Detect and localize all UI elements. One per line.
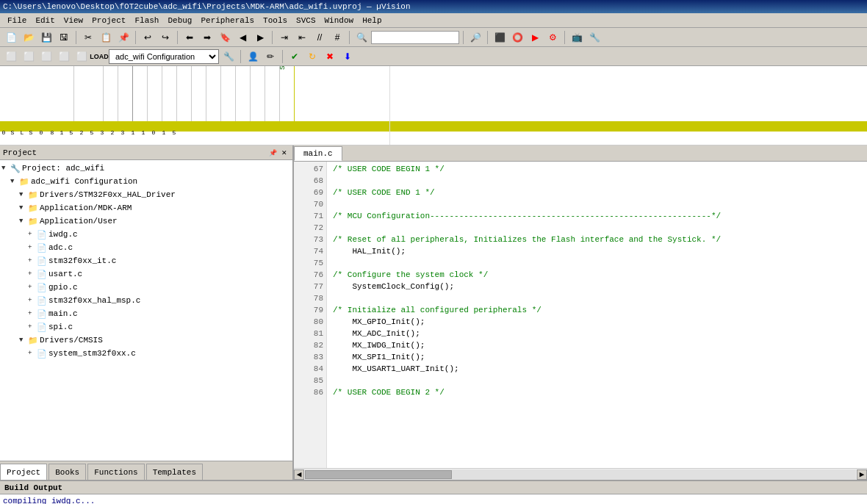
tb2-edit-btn[interactable]: ✏ [262, 48, 278, 65]
tb2-red-btn[interactable]: ✖ [322, 48, 338, 65]
copy-btn[interactable]: 📋 [98, 29, 114, 46]
open-btn[interactable]: 📂 [21, 29, 37, 46]
sep-6 [463, 31, 464, 44]
tree-label-11: main.c [48, 309, 78, 318]
cut-btn[interactable]: ✂ [80, 29, 96, 46]
menu-flash[interactable]: Flash [130, 15, 163, 26]
tree-item-8[interactable]: + 📄 usart.c [0, 267, 292, 281]
menu-svcs[interactable]: SVCS [292, 15, 320, 26]
uncomment-btn[interactable]: # [329, 29, 345, 46]
view-btn[interactable]: 📺 [569, 29, 585, 46]
code-view[interactable]: 6768697071727374757677787980818283848586… [294, 162, 867, 468]
menu-help[interactable]: Help [358, 15, 386, 26]
tree-item-1[interactable]: ▼ 📁 adc_wifi Configuration [0, 175, 292, 188]
redo-btn[interactable]: ↪ [157, 29, 173, 46]
tb2-add-btn[interactable]: 👤 [245, 48, 261, 65]
scroll-right-btn[interactable]: ▶ [857, 469, 867, 480]
undo-btn[interactable]: ↩ [140, 29, 156, 46]
panel-pin-btn[interactable]: 📌 [267, 148, 278, 158]
tab-templates[interactable]: Templates [146, 464, 203, 480]
new-file-btn[interactable]: 📄 [3, 29, 19, 46]
pin-line-2 [103, 66, 104, 125]
expander-9: + [28, 284, 37, 291]
tab-project[interactable]: Project [0, 464, 47, 480]
panel-close-btn[interactable]: ✕ [279, 148, 289, 158]
pin-numbers: 0 S L S 0 8 1 5 2 5 3 2 3 1 1 0 1 5 [0, 129, 179, 136]
hscroll-track[interactable] [305, 469, 856, 480]
menu-debug[interactable]: Debug [163, 15, 196, 26]
tb2-btn2[interactable]: ⬜ [21, 48, 37, 65]
bookmark-next-btn[interactable]: ▶ [252, 29, 268, 46]
search2-btn[interactable]: 🔎 [467, 29, 483, 46]
save-all-btn[interactable]: 🖫 [56, 29, 72, 46]
project-tree: ▼ 🔧 Project: adc_wifi ▼ 📁 adc_wifi Confi… [0, 160, 292, 461]
save-btn[interactable]: 💾 [38, 29, 54, 46]
title-text: C:\Users\lenovo\Desktop\fOT2cube\adc_wif… [3, 2, 411, 11]
build-gear-btn[interactable]: ⚙ [544, 29, 561, 46]
load-btn[interactable]: LOAD [91, 48, 107, 65]
scroll-left-btn[interactable]: ◀ [294, 469, 304, 480]
tree-label-13: Drivers/CMSIS [40, 336, 103, 345]
bookmark-btn[interactable]: 🔖 [217, 29, 233, 46]
paste-btn[interactable]: 📌 [115, 29, 132, 46]
tree-item-9[interactable]: + 📄 gpio.c [0, 281, 292, 294]
diagram-divider [389, 66, 390, 145]
expander-14: + [28, 350, 37, 357]
find-input[interactable] [371, 31, 459, 44]
tree-item-3[interactable]: ▼ 📁 Application/MDK-ARM [0, 201, 292, 215]
comment-btn[interactable]: // [312, 29, 328, 46]
horizontal-scrollbar[interactable]: ◀ ▶ [294, 468, 867, 480]
menu-edit[interactable]: Edit [31, 15, 59, 26]
tree-label-10: stm32f0xx_hal_msp.c [48, 296, 140, 305]
nav-fwd-btn[interactable]: ➡ [199, 29, 215, 46]
tree-item-11[interactable]: + 📄 main.c [0, 307, 292, 320]
main-layout: Project 📌 ✕ ▼ 🔧 Project: adc_wifi ▼ 📁 ad… [0, 145, 867, 480]
project-panel-title: Project [3, 148, 37, 157]
icon-file-11: 📄 [37, 309, 47, 319]
tb2-btn4[interactable]: ⬜ [56, 48, 72, 65]
menu-peripherals[interactable]: Peripherals [196, 15, 259, 26]
menu-window[interactable]: Window [320, 15, 359, 26]
bookmark-prev-btn[interactable]: ◀ [234, 29, 251, 46]
build-run-btn[interactable]: ▶ [527, 29, 543, 46]
find-btn[interactable]: 🔍 [353, 29, 370, 46]
tb2-tools-btn[interactable]: 🔧 [220, 48, 237, 65]
tab-functions[interactable]: Functions [87, 464, 144, 480]
editor-tab-main[interactable]: main.c [294, 146, 342, 161]
hscroll-thumb[interactable] [305, 470, 452, 479]
tree-item-2[interactable]: ▼ 📁 Drivers/STM32F0xx_HAL_Driver [0, 188, 292, 201]
tb2-orange-btn[interactable]: ↻ [304, 48, 320, 65]
menu-file[interactable]: File [3, 15, 31, 26]
menu-view[interactable]: View [60, 15, 87, 26]
expander-8: + [28, 270, 37, 278]
pin-line-6 [162, 66, 162, 125]
unindent-btn[interactable]: ⇤ [294, 29, 310, 46]
tree-item-0[interactable]: ▼ 🔧 Project: adc_wifi [0, 162, 292, 175]
tb2-btn1[interactable]: ⬜ [3, 48, 19, 65]
tab-books[interactable]: Books [48, 464, 86, 480]
build-stop-btn[interactable]: ⬛ [492, 29, 508, 46]
tree-item-13[interactable]: ▼ 📁 Drivers/CMSIS [0, 334, 292, 347]
menu-project[interactable]: Project [87, 15, 130, 26]
pin-line-14 [279, 66, 280, 125]
tree-item-5[interactable]: + 📄 iwdg.c [0, 228, 292, 241]
settings-btn[interactable]: 🔧 [586, 29, 602, 46]
tb2-green-btn[interactable]: ✔ [287, 48, 303, 65]
tree-item-12[interactable]: + 📄 spi.c [0, 320, 292, 334]
menu-tools[interactable]: Tools [259, 15, 292, 26]
config-select[interactable]: adc_wifi Configuration [109, 49, 219, 64]
tree-label-4: Application/User [40, 217, 118, 226]
icon-file-5: 📄 [37, 230, 47, 240]
tree-item-4[interactable]: ▼ 📁 Application/User [0, 215, 292, 228]
tree-item-10[interactable]: + 📄 stm32f0xx_hal_msp.c [0, 294, 292, 307]
tb2-btn3[interactable]: ⬜ [38, 48, 54, 65]
tree-item-6[interactable]: + 📄 adc.c [0, 241, 292, 254]
code-content[interactable]: /* USER CODE BEGIN 1 */ /* USER CODE END… [327, 162, 867, 468]
tree-item-14[interactable]: + 📄 system_stm32f0xx.c [0, 347, 292, 360]
build-circle-btn[interactable]: ⭕ [509, 29, 525, 46]
tb2-btn5[interactable]: ⬜ [73, 48, 90, 65]
indent-btn[interactable]: ⇥ [276, 29, 292, 46]
nav-btn[interactable]: ⬅ [181, 29, 198, 46]
tb2-blue-btn[interactable]: ⬇ [339, 48, 356, 65]
tree-item-7[interactable]: + 📄 stm32f0xx_it.c [0, 254, 292, 267]
